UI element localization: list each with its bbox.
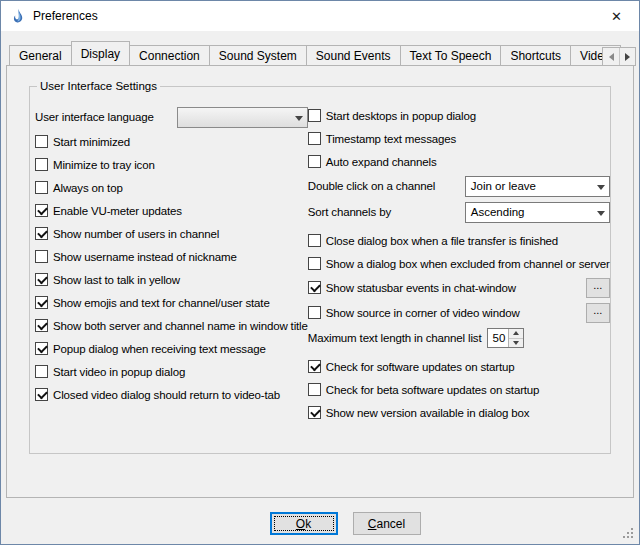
checkbox-row[interactable]: Check for software updates on startup: [308, 355, 610, 378]
checkbox-row[interactable]: Minimize to tray icon: [35, 153, 308, 176]
spinner-down-icon[interactable]: [509, 338, 523, 348]
settings-columns: User interface language Start minimized …: [30, 104, 610, 424]
checkbox-icon: [308, 306, 321, 319]
right-top-checkbox-list: Start desktops in popup dialog Timestamp…: [308, 104, 610, 173]
checkbox-label: Show a dialog box when excluded from cha…: [326, 258, 610, 270]
tab[interactable]: Display: [71, 41, 130, 65]
language-label: User interface language: [35, 111, 154, 123]
video-source-config-button[interactable]: ...: [586, 303, 610, 323]
checkbox-row[interactable]: Show a dialog box when excluded from cha…: [308, 252, 610, 275]
checkbox-icon: [35, 296, 48, 309]
checkbox-icon: [35, 319, 48, 332]
checkbox-row[interactable]: Popup dialog when receiving text message: [35, 337, 308, 360]
checkbox-icon: [308, 109, 321, 122]
checkbox-row[interactable]: Show both server and channel name in win…: [35, 314, 308, 337]
checkbox-row[interactable]: Start desktops in popup dialog: [308, 104, 610, 127]
title-bar: Preferences ✕: [1, 1, 639, 31]
checkbox-label: Check for beta software updates on start…: [326, 384, 540, 396]
resize-grip[interactable]: [623, 528, 635, 540]
language-row: User interface language: [35, 104, 308, 130]
checkbox-icon: [35, 135, 48, 148]
checkbox-row[interactable]: Closed video dialog should return to vid…: [35, 383, 308, 406]
max-text-length-spinner[interactable]: 50: [487, 328, 524, 348]
tab-scroll-left-icon[interactable]: [603, 48, 619, 65]
checkbox-label: Show username instead of nickname: [53, 251, 237, 263]
checkbox-icon: [308, 234, 321, 247]
window-title: Preferences: [33, 9, 98, 23]
checkbox-icon: [308, 406, 321, 419]
checkbox-row[interactable]: Show emojis and text for channel/user st…: [35, 291, 308, 314]
max-text-length-value: 50: [488, 329, 508, 347]
tab-scroll-right-icon[interactable]: [619, 48, 635, 65]
tab[interactable]: General: [9, 45, 72, 65]
checkbox-icon: [35, 250, 48, 263]
checkbox-icon: [35, 227, 48, 240]
right-column: Start desktops in popup dialog Timestamp…: [308, 104, 612, 424]
checkbox-row[interactable]: Start video in popup dialog: [35, 360, 308, 383]
sort-channels-combobox[interactable]: Ascending: [465, 202, 610, 223]
checkbox-label: Show statusbar events in chat-window: [326, 282, 516, 294]
tab-scroller: [602, 47, 636, 66]
checkbox-icon: [35, 342, 48, 355]
checkbox-icon: [35, 388, 48, 401]
checkbox-label: Auto expand channels: [326, 156, 437, 168]
ok-button[interactable]: Ok: [270, 512, 338, 535]
checkbox-label: Show last to talk in yellow: [53, 274, 180, 286]
spinner-buttons: [508, 329, 523, 347]
checkbox-label: Close dialog box when a file transfer is…: [326, 235, 558, 247]
checkbox-label: Check for software updates on startup: [326, 361, 515, 373]
checkbox-label: Show emojis and text for channel/user st…: [53, 297, 270, 309]
checkbox-row[interactable]: Show new version available in dialog box: [308, 401, 610, 424]
close-button[interactable]: ✕: [594, 2, 639, 31]
language-combobox[interactable]: [177, 107, 308, 128]
left-column: User interface language Start minimized …: [30, 104, 308, 424]
statusbar-events-config-button[interactable]: ...: [586, 278, 610, 298]
checkbox-row[interactable]: Auto expand channels: [308, 150, 610, 173]
checkbox-icon: [35, 204, 48, 217]
checkbox-row[interactable]: Show last to talk in yellow: [35, 268, 308, 291]
left-checkbox-list: Start minimized Minimize to tray icon Al…: [35, 130, 308, 406]
right-mid-checkbox-list: Close dialog box when a file transfer is…: [308, 229, 610, 275]
checkbox-row[interactable]: Enable VU-meter updates: [35, 199, 308, 222]
tab[interactable]: Text To Speech: [400, 45, 502, 65]
checkbox-label: Show both server and channel name in win…: [53, 320, 308, 332]
tab[interactable]: Shortcuts: [500, 45, 571, 65]
checkbox-icon: [308, 132, 321, 145]
checkbox-row[interactable]: Start minimized: [35, 130, 308, 153]
checkbox-label: Start minimized: [53, 136, 130, 148]
button-bar: Ok Cancel: [1, 512, 639, 535]
checkbox-row[interactable]: Close dialog box when a file transfer is…: [308, 229, 610, 252]
checkbox-icon: [308, 257, 321, 270]
checkbox-label: Timestamp text messages: [326, 133, 456, 145]
tab[interactable]: Connection: [129, 45, 210, 65]
tab-label: Display: [81, 47, 120, 61]
double-click-combobox[interactable]: Join or leave: [465, 176, 610, 197]
checkbox-row[interactable]: Show username instead of nickname: [35, 245, 308, 268]
checkbox-row[interactable]: Timestamp text messages: [308, 127, 610, 150]
double-click-label: Double click on a channel: [308, 180, 435, 192]
spinner-up-icon[interactable]: [509, 329, 523, 338]
checkbox-icon: [35, 158, 48, 171]
checkbox-row[interactable]: Check for beta software updates on start…: [308, 378, 610, 401]
checkbox-label: Show number of users in channel: [53, 228, 219, 240]
tab[interactable]: Sound System: [209, 45, 307, 65]
tab-page-display: User Interface Settings User interface l…: [6, 65, 634, 498]
statusbar-events-row[interactable]: Show statusbar events in chat-window ...: [308, 275, 610, 300]
checkbox-label: Minimize to tray icon: [53, 159, 155, 171]
tab-label: General: [19, 49, 62, 63]
dropdown-arrow-icon: [295, 116, 303, 121]
checkbox-label: Show new version available in dialog box: [326, 407, 530, 419]
tab[interactable]: Sound Events: [306, 45, 401, 65]
tab-bar: General Display Connection Sound System …: [1, 31, 639, 65]
max-text-length-label: Maximum text length in channel list: [308, 332, 482, 344]
checkbox-icon: [308, 360, 321, 373]
checkbox-row[interactable]: Show number of users in channel: [35, 222, 308, 245]
right-bottom-checkbox-list: Check for software updates on startup Ch…: [308, 355, 610, 424]
checkbox-row[interactable]: Always on top: [35, 176, 308, 199]
checkbox-icon: [308, 281, 321, 294]
checkbox-label: Start video in popup dialog: [53, 366, 185, 378]
double-click-value: Join or leave: [471, 180, 536, 192]
preferences-dialog: Preferences ✕ General Display Connection…: [0, 0, 640, 545]
cancel-button[interactable]: Cancel: [353, 512, 421, 535]
video-source-row[interactable]: Show source in corner of video window ..…: [308, 300, 610, 325]
